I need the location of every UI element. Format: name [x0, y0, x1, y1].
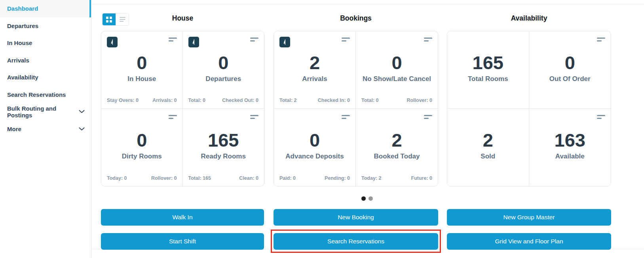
search-reservations-button[interactable]: Search Reservations [274, 233, 438, 250]
dirty-rooms-card[interactable]: 0 Dirty Rooms Today: 0 Rollover: 0 [101, 109, 183, 186]
available-card[interactable]: 163 Available [529, 109, 611, 186]
sidebar-item-departures[interactable]: Departures [0, 17, 91, 35]
stat-value: 0 [183, 53, 264, 72]
sort-icon[interactable] [342, 115, 350, 119]
sidebar-item-availability[interactable]: Availability [0, 69, 91, 86]
stat-value: 0 [274, 131, 355, 149]
top-divider [91, 4, 644, 4]
stat-footer-left: Total: 0 [188, 98, 206, 103]
stat-label: Arrivals [274, 75, 355, 83]
section-title-availability: Availability [447, 14, 611, 23]
departures-card[interactable]: 0 Departures Total: 0 Checked Out: 0 [183, 31, 264, 109]
ready-rooms-card[interactable]: 165 Ready Rooms Total: 165 Clean: 0 [183, 109, 264, 186]
sort-icon[interactable] [424, 115, 432, 119]
no-show-late-cancel-card[interactable]: 0 No Show/Late Cancel Total: 0 Rollover:… [356, 31, 438, 109]
bookings-card-group: 2 Arrivals Total: 2 Checked In: 0 0 No S… [274, 31, 438, 186]
brand-logo-icon [279, 37, 290, 47]
sidebar-item-dashboard[interactable]: Dashboard [0, 0, 91, 17]
stat-footer-left: Today: 2 [361, 175, 381, 181]
sidebar-item-label: More [7, 126, 21, 132]
out-of-order-card[interactable]: 0 Out Of Order [529, 31, 611, 109]
stat-footer-right: Clean: 0 [239, 175, 258, 181]
chevron-down-icon [79, 127, 85, 131]
stat-label: Ready Rooms [183, 153, 264, 160]
arrivals-card[interactable]: 2 Arrivals Total: 2 Checked In: 0 [274, 31, 356, 109]
pagination-dot-2[interactable] [369, 196, 373, 201]
stat-label: Booked Today [356, 153, 438, 160]
brand-logo-icon [107, 37, 118, 47]
chevron-down-icon [79, 110, 85, 113]
stat-label: Sold [447, 153, 529, 160]
sort-icon[interactable] [424, 38, 432, 41]
stat-value: 165 [447, 53, 529, 72]
stat-footer-right: Arrivals: 0 [152, 98, 177, 103]
sort-icon[interactable] [250, 38, 258, 41]
sidebar-item-arrivals[interactable]: Arrivals [0, 52, 91, 69]
new-group-master-button[interactable]: New Group Master [447, 209, 611, 226]
sidebar-item-label: Availability [7, 74, 38, 81]
sort-icon[interactable] [597, 38, 605, 41]
stat-label: Available [529, 153, 611, 160]
availability-card-group: 165 Total Rooms 0 Out Of Order 2 Sold 16… [447, 31, 611, 186]
stat-label: In House [101, 75, 182, 83]
stat-value: 0 [101, 53, 182, 72]
start-shift-button[interactable]: Start Shift [101, 233, 264, 250]
stat-value: 2 [356, 131, 438, 149]
sold-card[interactable]: 2 Sold [447, 109, 529, 186]
brand-logo-icon [188, 37, 199, 47]
sidebar-nav: Dashboard Departures In House Arrivals A… [0, 0, 91, 258]
stat-footer-right: Future: 0 [411, 175, 432, 181]
stat-footer-left: Total: 2 [279, 98, 297, 103]
stat-footer-right: Rollover: 0 [407, 98, 432, 103]
stat-footer-left: Paid: 0 [279, 175, 296, 181]
sidebar-item-label: Search Reservations [7, 91, 66, 98]
sort-icon[interactable] [169, 38, 177, 41]
section-title-house: House [101, 14, 264, 23]
booked-today-card[interactable]: 2 Booked Today Today: 2 Future: 0 [356, 109, 438, 186]
stat-label: Out Of Order [529, 75, 611, 83]
in-house-card[interactable]: 0 In House Stay Overs: 0 Arrivals: 0 [101, 31, 183, 109]
stat-value: 0 [529, 53, 611, 72]
stat-value: 165 [183, 131, 264, 149]
sidebar-item-label: Bulk Routing and Postings [7, 105, 79, 119]
stat-label: No Show/Late Cancel [356, 75, 438, 83]
stat-value: 2 [274, 53, 355, 72]
stat-footer-right: Pending: 0 [325, 175, 350, 181]
sidebar-item-label: Departures [7, 23, 38, 29]
stat-label: Departures [183, 75, 264, 83]
section-title-bookings: Bookings [274, 14, 438, 23]
stat-footer-left: Total: 165 [188, 175, 211, 181]
stat-label: Dirty Rooms [101, 153, 182, 160]
new-booking-button[interactable]: New Booking [274, 209, 438, 226]
sidebar-item-label: In House [7, 40, 32, 46]
sidebar-item-label: Dashboard [7, 5, 38, 12]
stat-label: Total Rooms [447, 75, 529, 83]
stat-label: Advance Deposits [274, 153, 355, 160]
sort-icon[interactable] [342, 38, 350, 41]
grid-view-and-floor-plan-button[interactable]: Grid View and Floor Plan [447, 233, 611, 250]
stat-value: 0 [101, 131, 182, 149]
stat-footer-left: Stay Overs: 0 [107, 98, 139, 103]
sort-icon[interactable] [597, 115, 605, 119]
sidebar-item-search-reservations[interactable]: Search Reservations [0, 86, 91, 104]
sidebar-item-more[interactable]: More [0, 121, 91, 138]
stat-footer-right: Checked In: 0 [318, 98, 350, 103]
total-rooms-card[interactable]: 165 Total Rooms [447, 31, 529, 109]
sidebar-item-bulk-routing-and-postings[interactable]: Bulk Routing and Postings [0, 103, 91, 121]
stat-value: 2 [447, 131, 529, 149]
walk-in-button[interactable]: Walk In [101, 209, 264, 226]
stat-footer-left: Today: 0 [107, 175, 127, 181]
pagination-dot-1[interactable] [361, 196, 366, 201]
advance-deposits-card[interactable]: 0 Advance Deposits Paid: 0 Pending: 0 [274, 109, 356, 186]
stat-value: 163 [529, 131, 611, 149]
stat-value: 0 [356, 53, 438, 72]
house-card-group: 0 In House Stay Overs: 0 Arrivals: 0 0 D… [101, 31, 264, 186]
sidebar-item-in-house[interactable]: In House [0, 34, 91, 52]
stat-footer-left: Total: 0 [361, 98, 379, 103]
carousel-pagination [361, 196, 373, 201]
sort-icon[interactable] [250, 115, 258, 119]
stat-footer-right: Checked Out: 0 [222, 98, 258, 103]
sort-icon[interactable] [169, 115, 177, 119]
sidebar-item-label: Arrivals [7, 57, 29, 64]
stat-footer-right: Rollover: 0 [151, 175, 177, 181]
